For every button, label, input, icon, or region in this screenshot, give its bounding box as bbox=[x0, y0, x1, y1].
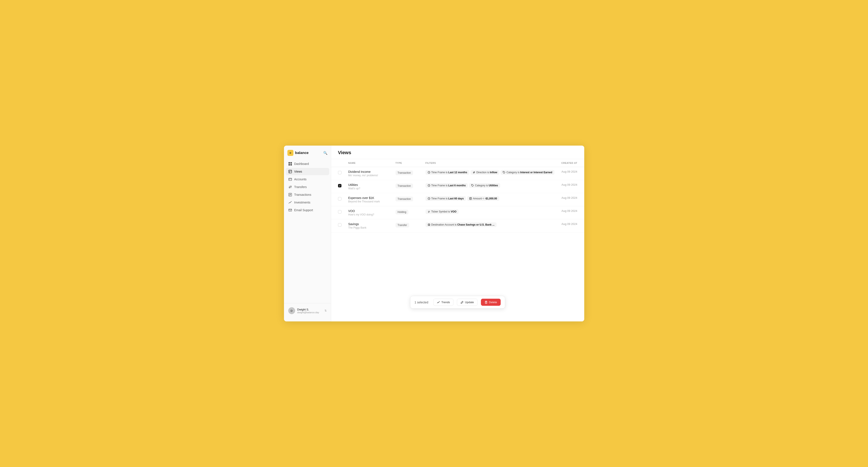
filter-chip: Amount < -$1,000.00 bbox=[467, 196, 499, 201]
sidebar-item-label: Investments bbox=[294, 201, 310, 204]
row-name-cell: Savings The Piggy Bank bbox=[345, 219, 392, 232]
search-button[interactable]: 🔍 bbox=[323, 151, 328, 155]
sidebar-item-label: Dashboard bbox=[294, 162, 309, 165]
filter-text: Time Frame is Last 60 days bbox=[431, 197, 464, 200]
sidebar-item-accounts[interactable]: Accounts bbox=[286, 176, 329, 183]
row-filters-cell: Time Frame is Last 60 daysAmount < -$1,0… bbox=[422, 193, 558, 206]
sidebar-item-transfers[interactable]: Transfers bbox=[286, 183, 329, 191]
row-checkbox-cell bbox=[331, 180, 345, 193]
filter-value: Inflow bbox=[490, 171, 497, 174]
row-name: Dividend Income bbox=[348, 170, 389, 174]
row-subtitle: The Piggy Bank bbox=[348, 226, 389, 229]
row-checkbox[interactable] bbox=[338, 210, 341, 214]
sidebar-item-label: Views bbox=[294, 170, 302, 173]
row-subtitle: How's my VOO doing? bbox=[348, 213, 389, 216]
filter-text: Ticker Symbol is VOO bbox=[431, 210, 457, 213]
row-type-cell: Transaction bbox=[392, 167, 422, 180]
sidebar-item-label: Transfers bbox=[294, 185, 307, 189]
email-icon bbox=[288, 208, 292, 212]
row-checkbox-cell bbox=[331, 193, 345, 206]
page-title: Views bbox=[338, 150, 578, 159]
row-type-cell: Transaction bbox=[392, 193, 422, 206]
sidebar-item-transactions[interactable]: Transactions bbox=[286, 191, 329, 198]
row-date-cell: Aug 09 2024 bbox=[558, 219, 584, 232]
svg-rect-18 bbox=[469, 197, 472, 199]
filter-chip: Time Frame is Last 12 months bbox=[426, 170, 469, 175]
type-badge: Holding bbox=[396, 210, 409, 214]
delete-button[interactable]: Delete bbox=[481, 299, 501, 306]
row-subtitle: Watt's up? bbox=[348, 187, 389, 190]
user-email: dwight@balance.day bbox=[297, 311, 322, 314]
row-filters-cell: Time Frame is Last 6 monthsCategory is U… bbox=[422, 180, 558, 193]
row-checkbox[interactable] bbox=[338, 184, 341, 187]
row-checkbox[interactable] bbox=[338, 223, 341, 227]
row-name-cell: Dividend Income Mo' money, mo' problems! bbox=[345, 167, 392, 180]
filters-list: Ticker Symbol is VOO bbox=[426, 209, 555, 214]
filter-value: Interest or Interest Earned bbox=[520, 171, 552, 174]
sidebar-item-views[interactable]: Views bbox=[286, 168, 329, 175]
filter-text: Destination Account is Chase Savings or … bbox=[431, 223, 495, 226]
svg-rect-2 bbox=[288, 164, 290, 165]
sidebar-item-label: Accounts bbox=[294, 178, 307, 181]
filter-value: VOO bbox=[451, 210, 457, 213]
transactions-icon bbox=[288, 193, 292, 197]
row-checkbox-cell bbox=[331, 167, 345, 180]
user-details: Dwight S. dwight@balance.day bbox=[297, 308, 322, 314]
trash-icon bbox=[485, 301, 488, 304]
table-header: NAME TYPE FILTERS CREATED AT bbox=[331, 159, 584, 167]
selection-action-bar: 1 selected Trends Update bbox=[410, 296, 505, 309]
logo-icon: ≡ bbox=[287, 150, 293, 156]
row-name: Savings bbox=[348, 222, 389, 226]
filter-chip: Category is Interest or Interest Earned bbox=[501, 170, 554, 175]
views-table: NAME TYPE FILTERS CREATED AT Dividend In… bbox=[331, 159, 584, 232]
table-row: VOO How's my VOO doing? HoldingTicker Sy… bbox=[331, 206, 584, 219]
row-date-cell: Aug 09 2024 bbox=[558, 167, 584, 180]
svg-rect-3 bbox=[290, 164, 292, 165]
filter-chip: Category is Utilities bbox=[469, 183, 500, 188]
row-date-cell: Aug 09 2024 bbox=[558, 180, 584, 193]
sidebar-item-investments[interactable]: Investments bbox=[286, 199, 329, 206]
table-wrapper: NAME TYPE FILTERS CREATED AT Dividend In… bbox=[331, 159, 584, 321]
row-type-cell: Transaction bbox=[392, 180, 422, 193]
filter-chip: Ticker Symbol is VOO bbox=[426, 209, 459, 214]
filter-text: Category is Interest or Interest Earned bbox=[506, 171, 552, 174]
sidebar-item-dashboard[interactable]: Dashboard bbox=[286, 160, 329, 167]
sidebar-item-email-support[interactable]: Email Support bbox=[286, 207, 329, 214]
investments-icon bbox=[288, 200, 292, 204]
table-row: Savings The Piggy Bank TransferDestinati… bbox=[331, 219, 584, 232]
filter-text: Amount < -$1,000.00 bbox=[473, 197, 497, 200]
filter-chip: Time Frame is Last 6 months bbox=[426, 183, 468, 188]
sidebar-nav: Dashboard Views bbox=[284, 160, 331, 302]
table-row: Utilities Watt's up? TransactionTime Fra… bbox=[331, 180, 584, 193]
user-profile[interactable]: D Dwight S. dwight@balance.day ⇅ bbox=[286, 306, 329, 315]
filter-text: Direction is Inflow bbox=[476, 171, 497, 174]
row-name-cell: Expenses over $1K Beyond the Thousand ma… bbox=[345, 193, 392, 206]
clock-icon bbox=[428, 197, 430, 200]
svg-rect-1 bbox=[290, 162, 292, 164]
row-date-cell: Aug 09 2024 bbox=[558, 193, 584, 206]
filter-value: Last 12 months bbox=[448, 171, 467, 174]
row-checkbox-cell bbox=[331, 206, 345, 219]
update-button[interactable]: Update bbox=[457, 299, 478, 306]
filter-value: Last 60 days bbox=[448, 197, 464, 200]
col-checkbox bbox=[331, 159, 345, 167]
row-checkbox[interactable] bbox=[338, 197, 341, 200]
views-icon bbox=[288, 169, 292, 174]
row-name: VOO bbox=[348, 209, 389, 213]
bank-icon bbox=[428, 223, 430, 226]
row-name-cell: Utilities Watt's up? bbox=[345, 180, 392, 193]
user-name: Dwight S. bbox=[297, 308, 322, 311]
svg-point-16 bbox=[472, 185, 472, 185]
row-date-cell: Aug 09 2024 bbox=[558, 206, 584, 219]
svg-rect-0 bbox=[288, 162, 290, 164]
filter-value: Chase Savings or U.S. Bank ... bbox=[457, 223, 494, 226]
sidebar-item-label: Email Support bbox=[294, 209, 313, 212]
row-checkbox[interactable] bbox=[338, 171, 341, 174]
row-filters-cell: Time Frame is Last 12 monthsDirection is… bbox=[422, 167, 558, 180]
svg-rect-7 bbox=[289, 178, 292, 181]
table-row: Dividend Income Mo' money, mo' problems!… bbox=[331, 167, 584, 180]
trends-button[interactable]: Trends bbox=[433, 299, 454, 306]
filter-text: Category is Utilities bbox=[475, 184, 498, 187]
selected-count: 1 selected bbox=[414, 301, 428, 304]
row-name: Expenses over $1K bbox=[348, 196, 389, 199]
